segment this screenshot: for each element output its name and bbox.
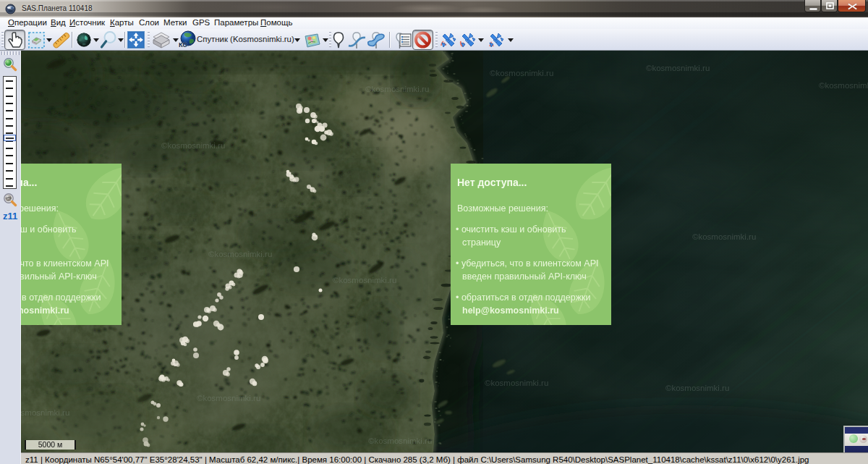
svg-text:©kosmosnimki.ru: ©kosmosnimki.ru — [161, 141, 225, 150]
svg-text:©kosmosnimki.ru: ©kosmosnimki.ru — [485, 379, 548, 387]
svg-text:©kosmosnimki.ru: ©kosmosnimki.ru — [692, 232, 756, 241]
svg-text:©kosmosnimki.ru: ©kosmosnimki.ru — [365, 85, 429, 93]
svg-text:©kosmosnimki.ru: ©kosmosnimki.ru — [197, 394, 260, 402]
svg-text:©kosmosnimki.ru: ©kosmosnimki.ru — [646, 64, 710, 72]
svg-text:©kosmosnimki.ru: ©kosmosnimki.ru — [665, 384, 729, 392]
svg-text:©kosmosnimki.ru: ©kosmosnimki.ru — [208, 250, 272, 258]
svg-text:©kosmosnimki.ru: ©kosmosnimki.ru — [819, 81, 868, 90]
svg-text:©kosmosnimki.ru: ©kosmosnimki.ru — [333, 276, 396, 284]
svg-text:©kosmosnimki.ru: ©kosmosnimki.ru — [490, 69, 553, 77]
svg-text:©kosmosnimki.ru: ©kosmosnimki.ru — [368, 436, 432, 445]
